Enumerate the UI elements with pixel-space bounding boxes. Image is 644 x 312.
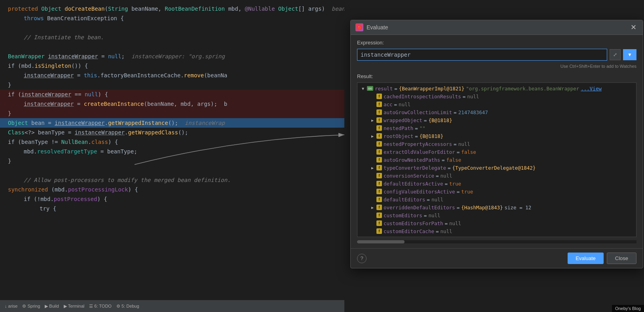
code-line-close2: } xyxy=(0,109,344,118)
tree-item-conversionService[interactable]: f conversionService = null xyxy=(357,172,636,180)
tree-toggle-rootObject[interactable]: ▶ xyxy=(370,134,375,138)
result-label: Result: xyxy=(357,73,636,79)
code-line-resolved-target: mbd.resolvedTargetType = beanType; xyxy=(0,147,344,156)
expression-input[interactable] xyxy=(357,49,607,61)
tree-item-acc[interactable]: f acc = null xyxy=(357,100,636,108)
code-line-class-bean-type: Class<?> beanType = instanceWrapper.getW… xyxy=(0,128,344,137)
code-line-create-bean: instanceWrapper = createBeanInstance(bea… xyxy=(0,99,344,109)
bottom-bar: ↓ arise ⚙ Spring ▶ Build ▶ Terminal ☰ 6:… xyxy=(0,300,344,312)
dialog-app-icon: 🔴 xyxy=(355,23,363,31)
code-line-blank1 xyxy=(0,23,344,33)
tree-toggle-root[interactable]: ▼ xyxy=(361,86,365,91)
tree-item-defaultEditors[interactable]: f defaultEditors = null xyxy=(357,195,636,203)
code-line-2: throws BeanCreationException { xyxy=(0,13,344,23)
code-line-if-beantype: if (beanType != NullBean.class) { xyxy=(0,137,344,147)
bottom-tab-todo[interactable]: ☰ 6: TODO xyxy=(89,304,112,309)
evaluate-button[interactable]: Evaluate xyxy=(568,253,604,264)
code-line-close3: } xyxy=(0,156,344,166)
expression-dropdown-button[interactable]: ▼ xyxy=(623,49,636,60)
dialog-footer: ? Evaluate Close xyxy=(351,248,643,268)
expression-label: Expression: xyxy=(357,40,636,46)
tree-item-customEditorCache[interactable]: f customEditorCache = null xyxy=(357,227,636,235)
tree-item-root[interactable]: ▼ oo result = {BeanWrapperImpl@1821} "or… xyxy=(357,84,636,92)
bottom-tab-arise[interactable]: ↓ arise xyxy=(5,304,17,308)
code-line-factory: instanceWrapper = this.factoryBeanInstan… xyxy=(0,71,344,80)
code-line-blank2 xyxy=(0,42,344,52)
expression-row: ⤢ ▼ xyxy=(357,49,636,61)
tree-item-defaultEditorsActive[interactable]: f defaultEditorsActive = true xyxy=(357,180,636,188)
tree-item-customEditors[interactable]: f customEditors = null xyxy=(357,211,636,219)
dialog-titlebar: 🔴 Evaluate ✕ xyxy=(351,20,643,35)
bottom-tab-spring[interactable]: ⚙ Spring xyxy=(22,304,40,309)
tree-item-nestedPath[interactable]: f nestedPath = "" xyxy=(357,124,636,132)
tree-item-rootObject[interactable]: ▶ f rootObject = {B@1818} xyxy=(357,132,636,140)
code-line-1: protected Object doCreateBean(String bea… xyxy=(0,4,344,13)
tree-toggle-wrappedObject[interactable]: ▶ xyxy=(370,118,375,123)
scrollbar-thumb[interactable] xyxy=(357,240,405,243)
tree-item-cachedIntrospection[interactable]: f cachedIntrospectionResults = null xyxy=(357,92,636,100)
dialog-body: Expression: ⤢ ▼ Use Ctrl+Shift+Enter to … xyxy=(351,35,643,248)
code-line-sync: synchronized (mbd.postProcessingLock) { xyxy=(0,185,344,194)
code-line-get-wrapped: Object bean = instanceWrapper.getWrapped… xyxy=(0,118,344,128)
code-line-if-singleton: if (mbd.isSingleton()) { xyxy=(0,61,344,71)
close-button[interactable]: Close xyxy=(607,253,636,264)
tree-item-customEditorsForPath[interactable]: f customEditorsForPath = null xyxy=(357,219,636,227)
watermark: Oneby's Blog xyxy=(612,305,644,312)
tree-item-autoGrowCollectionLimit[interactable]: f autoGrowCollectionLimit = 2147483647 xyxy=(357,108,636,116)
dialog-title-text: Evaluate xyxy=(367,24,388,31)
evaluate-dialog: 🔴 Evaluate ✕ Expression: ⤢ ▼ Use Ctrl+Sh… xyxy=(350,20,643,268)
code-line-comment2: // Allow post-processors to modify the m… xyxy=(0,175,344,185)
code-line-if-post: if (!mbd.postProcessed) { xyxy=(0,194,344,204)
tree-toggle-overriddenDefaultEditors[interactable]: ▶ xyxy=(370,205,375,210)
code-line-bw: BeanWrapper instanceWrapper = null; inst… xyxy=(0,52,344,61)
bottom-tab-terminal[interactable]: ▶ Terminal xyxy=(64,304,84,309)
code-line-blank3 xyxy=(0,166,344,175)
code-line-if-null: if (instanceWrapper == null) { xyxy=(0,90,344,99)
tree-item-configValueEditorsActive[interactable]: f configValueEditorsActive = true xyxy=(357,188,636,195)
expression-expand-button[interactable]: ⤢ xyxy=(610,49,621,60)
bottom-tab-debug[interactable]: ⚙ 5: Debug xyxy=(116,304,139,309)
tree-item-overriddenDefaultEditors[interactable]: ▶ f overriddenDefaultEditors = {HashMap@… xyxy=(357,203,636,211)
horizontal-scrollbar[interactable] xyxy=(357,240,636,243)
bottom-tab-build[interactable]: ▶ Build xyxy=(45,304,59,309)
code-editor: protected Object doCreateBean(String bea… xyxy=(0,0,344,312)
view-link[interactable]: ...View xyxy=(581,86,602,92)
tree-item-autoGrowNestedPaths[interactable]: f autoGrowNestedPaths = false xyxy=(357,156,636,164)
tree-item-extractOldValueForEditor[interactable]: f extractOldValueForEditor = false xyxy=(357,148,636,156)
result-tree[interactable]: ▼ oo result = {BeanWrapperImpl@1821} "or… xyxy=(357,82,636,237)
tree-item-nestedPropertyAccessors[interactable]: f nestedPropertyAccessors = null xyxy=(357,140,636,148)
tree-item-wrappedObject[interactable]: ▶ f wrappedObject = {B@1818} xyxy=(357,116,636,124)
expression-hint: Use Ctrl+Shift+Enter to add to Watches xyxy=(357,64,636,69)
tree-item-typeConverterDelegate[interactable]: ▶ f typeConverterDelegate = {TypeConvert… xyxy=(357,164,636,172)
dialog-close-x-button[interactable]: ✕ xyxy=(629,24,638,31)
code-line-comment1: // Instantiate the bean. xyxy=(0,33,344,42)
svg-text:🔴: 🔴 xyxy=(357,25,362,30)
code-line-close1: } xyxy=(0,80,344,90)
code-line-try: try { xyxy=(0,204,344,213)
help-button[interactable]: ? xyxy=(357,254,367,263)
tree-toggle-typeConverterDelegate[interactable]: ▶ xyxy=(370,165,375,170)
